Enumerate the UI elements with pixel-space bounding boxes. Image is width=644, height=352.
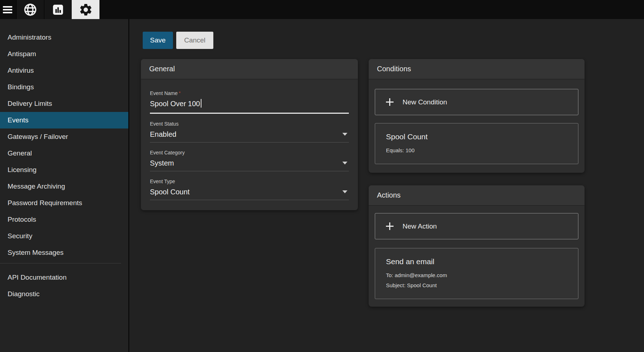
sidebar-item-system-messages[interactable]: System Messages [0,244,128,261]
condition-item-details: Equals: 100 [386,146,567,154]
sidebar-item-antivirus[interactable]: Antivirus [0,62,128,79]
event-name-value: Spool Over 100 [150,100,200,108]
event-category-select[interactable]: System [150,158,349,171]
gear-icon [79,3,93,17]
actions-card-title: Actions [369,185,585,206]
new-condition-label: New Condition [403,98,447,106]
event-status-select[interactable]: Enabled [150,129,349,143]
sidebar-item-administrators[interactable]: Administrators [0,29,128,46]
condition-item-detail: Equals: 100 [386,146,567,154]
conditions-card: Conditions New Condition Spool Count Equ… [369,59,585,173]
event-category-label: Event Category [150,150,349,156]
event-type-select[interactable]: Spool Count [150,186,349,200]
sidebar-item-diagnostic[interactable]: Diagnostic [0,286,128,302]
tab-settings[interactable] [72,0,99,19]
hamburger-icon[interactable] [0,0,16,19]
event-name-input[interactable]: Spool Over 100 [150,98,349,114]
hamburger-bar [3,9,12,10]
plus-icon [386,222,394,230]
event-status-value: Enabled [150,129,176,139]
conditions-card-body: New Condition Spool Count Equals: 100 [369,80,585,164]
text-cursor [201,99,201,108]
event-category-value: System [150,158,174,168]
sidebar-item-antispam[interactable]: Antispam [0,46,128,62]
hamburger-bar [3,12,12,13]
sidebar-item-general[interactable]: General [0,145,128,162]
cancel-button[interactable]: Cancel [176,32,213,49]
event-status-field: Event Status Enabled [150,121,349,143]
event-name-label: Event Name* [150,90,349,97]
sidebar-item-security[interactable]: Security [0,228,128,244]
topbar-spacer [99,0,644,19]
event-type-value: Spool Count [150,187,190,197]
event-type-field: Event Type Spool Count [150,179,349,200]
sidebar-item-message-archiving[interactable]: Message Archiving [0,178,128,195]
conditions-card-title: Conditions [369,59,585,80]
plus-icon [386,98,394,106]
general-card: General Event Name* Spool Over 100 Event… [141,59,358,210]
action-item-detail-subject: Subject: Spool Count [386,281,567,289]
actions-card-body: New Action Send an email To: admin@examp… [369,206,585,299]
new-action-label: New Action [403,222,437,230]
globe-icon [23,3,37,17]
main-content: Save Cancel General Event Name* Spool Ov… [130,19,644,352]
sidebar-item-protocols[interactable]: Protocols [0,211,128,228]
actions-card: Actions New Action Send an email To: adm… [369,185,585,307]
action-item[interactable]: Send an email To: admin@example.com Subj… [375,248,578,299]
sidebar-item-events[interactable]: Events [0,112,128,128]
sidebar-divider [0,263,121,263]
chevron-down-icon [342,133,347,136]
new-action-button[interactable]: New Action [375,213,578,239]
settings-sidebar: Administrators Antispam Antivirus Bindin… [0,19,129,352]
sidebar-item-gateways-failover[interactable]: Gateways / Failover [0,128,128,145]
required-asterisk: * [179,90,181,96]
sidebar-item-licensing[interactable]: Licensing [0,162,128,178]
action-item-details: To: admin@example.com Subject: Spool Cou… [386,271,567,289]
toolbar: Save Cancel [143,32,213,49]
sidebar-item-delivery-limits[interactable]: Delivery Limits [0,95,128,112]
condition-item[interactable]: Spool Count Equals: 100 [375,123,578,164]
sidebar-item-api-documentation[interactable]: API Documentation [0,269,128,286]
topbar [0,0,644,19]
sidebar-item-password-requirements[interactable]: Password Requirements [0,195,128,211]
event-category-field: Event Category System [150,150,349,171]
tab-domains[interactable] [16,0,44,19]
hamburger-bar [3,6,12,8]
general-card-title: General [141,59,358,80]
save-button[interactable]: Save [143,32,173,49]
action-item-detail-to: To: admin@example.com [386,271,567,279]
tab-reports[interactable] [44,0,72,19]
chevron-down-icon [342,190,347,193]
event-status-label: Event Status [150,121,349,127]
condition-item-title: Spool Count [386,132,567,142]
event-name-field: Event Name* Spool Over 100 [150,90,349,114]
sidebar-nav-list: Administrators Antispam Antivirus Bindin… [0,29,128,302]
chevron-down-icon [342,162,347,164]
new-condition-button[interactable]: New Condition [375,89,578,115]
sidebar-item-bindings[interactable]: Bindings [0,79,128,95]
bar-chart-icon [51,3,65,17]
action-item-title: Send an email [386,257,567,267]
event-type-label: Event Type [150,179,349,185]
general-card-body: Event Name* Spool Over 100 Event Status … [141,80,358,200]
